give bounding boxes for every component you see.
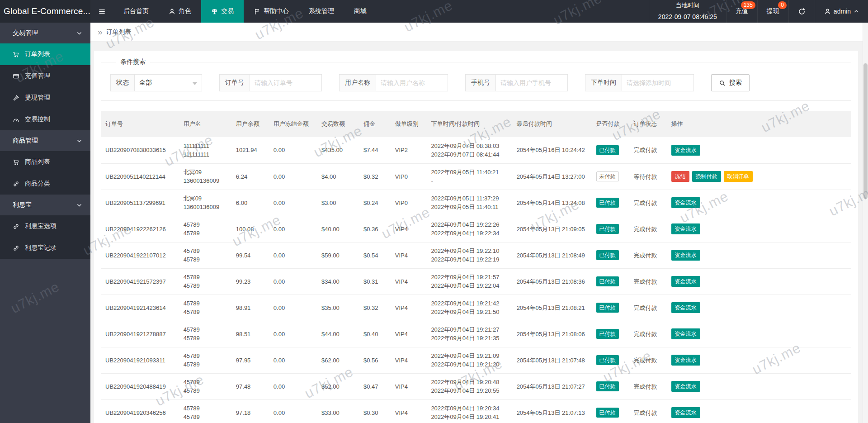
balance-cell: 99.54 [231,242,269,268]
sidebar-toggle-button[interactable] [90,0,113,23]
actions-cell: 资金流水 [667,399,851,423]
order-time-input[interactable] [622,74,694,91]
column-header: 下单时间/付款时间 [426,111,512,137]
chevron-down-icon [76,30,82,36]
nav-item-帮助中心[interactable]: 帮助中心 [244,0,299,23]
user-menu[interactable]: admin [815,0,868,23]
link-icon [13,181,19,187]
nav-item-后台首页[interactable]: 后台首页 [113,0,159,23]
nav-item-交易[interactable]: 交易 [201,0,244,23]
nav-item-系统管理[interactable]: 系统管理 [299,0,344,23]
phone-input[interactable] [495,74,568,91]
recharge-button[interactable]: 充值 135 [726,0,757,23]
column-header: 用户余额 [231,111,269,137]
action-button-资金流水[interactable]: 资金流水 [671,197,700,208]
order-time-cell: 2022年09月05日 11:40:21- [426,163,512,190]
sidebar-item-充值管理[interactable]: 充值管理 [0,65,90,87]
level-cell: VIP2 [391,137,427,163]
user-cell: 4578945789 [179,399,231,423]
action-button-取消订单[interactable]: 取消订单 [724,171,753,182]
nav-item-商城[interactable]: 商城 [344,0,377,23]
balance-cell: 6.24 [231,163,269,190]
order-status-cell: 完成付款 [629,190,667,216]
sidebar-item-交易控制[interactable]: 交易控制 [0,109,90,130]
pay-status-badge: 已付款 [596,224,619,234]
order-time-cell: 2022年09月04日 19:21:572022年09月04日 19:22:04 [426,268,512,295]
commission-cell: $0.54 [359,242,391,268]
search-panel: 条件搜索 状态 全部 订单号 用户名称 [101,58,851,101]
sidebar-group-商品管理[interactable]: 商品管理 [0,130,90,151]
username-input[interactable] [376,74,448,91]
order-status-cell: 完成付款 [629,242,667,268]
order-no-cell: UB2209041920488419 [101,373,179,399]
balance-cell: 97.18 [231,399,269,423]
nav-item-角色[interactable]: 角色 [159,0,201,23]
flag-icon [254,8,260,15]
commission-cell: $0.40 [359,321,391,347]
sidebar-item-商品列表[interactable]: 商品列表 [0,151,90,173]
sidebar-item-label: 交易控制 [25,115,50,124]
user-icon [824,8,831,15]
column-header: 订单号 [101,111,179,137]
order-status-cell: 完成付款 [629,137,667,163]
table-row: UB22090419222621264578945789100.080.00$4… [101,216,851,242]
sidebar-item-商品分类[interactable]: 商品分类 [0,173,90,195]
order-no-cell: UB2209041920346256 [101,399,179,423]
status-select[interactable]: 全部 [134,74,202,91]
nav-item-label: 商城 [354,7,367,15]
column-header: 订单状态 [629,111,667,137]
search-button[interactable]: 搜索 [711,74,750,91]
sidebar-item-订单列表[interactable]: 订单列表 [0,43,90,65]
refresh-button[interactable] [788,0,815,23]
order-no-input[interactable] [250,74,322,91]
sidebar-item-label: 利息宝选项 [25,222,57,230]
action-button-资金流水[interactable]: 资金流水 [671,223,700,234]
order-status-cell: 完成付款 [629,347,667,373]
breadcrumb: » 订单列表 [90,23,868,42]
balance-cell: 97.95 [231,347,269,373]
search-icon [719,80,726,86]
action-button-强制付款[interactable]: 强制付款 [692,171,721,182]
user-cell: 北冥0913600136009 [179,190,231,216]
table-header-row: 订单号用户名用户余额用户冻结金额交易数额佣金做单级别下单时间/付款时间最后付款时… [101,111,851,137]
sidebar-group-利息宝[interactable]: 利息宝 [0,195,90,215]
sidebar-item-利息宝记录[interactable]: 利息宝记录 [0,237,90,259]
action-button-资金流水[interactable]: 资金流水 [671,250,700,261]
scrollbar-thumb[interactable] [863,63,868,199]
action-button-资金流水[interactable]: 资金流水 [671,381,700,392]
action-button-资金流水[interactable]: 资金流水 [671,276,700,287]
action-button-资金流水[interactable]: 资金流水 [671,145,700,156]
last-pay-time-cell: 2054年05月14日 13:27:00 [512,163,592,190]
order-status-cell: 完成付款 [629,268,667,295]
order-no-cell: UB2209070838033615 [101,137,179,163]
local-time: 当地时间 2022-09-07 08:46:25 [649,0,726,23]
table-row: UB2209041921093311457894578997.950.00$62… [101,347,851,373]
actions-cell: 资金流水 [667,190,851,216]
sidebar-group-交易管理[interactable]: 交易管理 [0,23,90,43]
level-cell: VIP4 [391,295,427,321]
scales-icon [211,8,218,15]
sidebar-item-利息宝选项[interactable]: 利息宝选项 [0,215,90,237]
sidebar-item-提现管理[interactable]: 提现管理 [0,87,90,109]
orders-table-body: UB22090708380336151111111111111111111021… [101,137,851,423]
username-label: 用户名称 [339,74,376,91]
action-button-资金流水[interactable]: 资金流水 [671,407,700,418]
order-time-cell: 2022年09月04日 19:21:092022年09月04日 19:21:20 [426,347,512,373]
level-cell: VIP4 [391,242,427,268]
action-button-资金流水[interactable]: 资金流水 [671,355,700,366]
pay-status-badge: 已付款 [596,355,619,365]
action-button-资金流水[interactable]: 资金流水 [671,328,700,339]
user-cell: 111111111111111111 [179,137,231,163]
user-cell: 4578945789 [179,216,231,242]
user-cell: 4578945789 [179,321,231,347]
actions-cell: 资金流水 [667,242,851,268]
table-row: UB22090708380336151111111111111111111021… [101,137,851,163]
action-button-冻结[interactable]: 冻结 [671,171,689,182]
action-button-资金流水[interactable]: 资金流水 [671,302,700,313]
order-no-cell: UB2209041921093311 [101,347,179,373]
withdraw-button[interactable]: 提现 0 [757,0,788,23]
actions-cell: 资金流水 [667,347,851,373]
pay-status-cell: 已付款 [592,216,629,242]
level-cell: VIP4 [391,347,427,373]
recharge-badge: 135 [741,1,755,9]
